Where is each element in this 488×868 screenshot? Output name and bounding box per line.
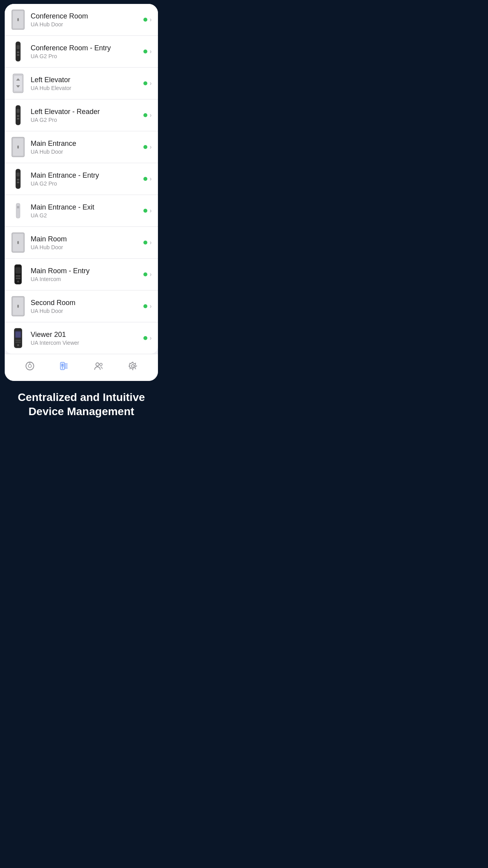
chevron-right-icon: › (150, 48, 152, 55)
device-item[interactable]: Left Elevator UA Hub Elevator › (5, 68, 158, 99)
svg-point-47 (62, 368, 63, 368)
chevron-right-icon: › (150, 80, 152, 87)
svg-rect-26 (17, 241, 19, 244)
chevron-right-icon: › (150, 112, 152, 119)
status-dot-online (143, 145, 147, 149)
bottom-nav-bar (5, 354, 158, 381)
device-status: › (143, 112, 152, 119)
device-type: UA Hub Door (31, 149, 143, 155)
device-info: Conference Room - Entry UA G2 Pro (31, 44, 143, 59)
devices-icon (59, 360, 70, 371)
device-info: Main Room UA Hub Door (31, 235, 143, 250)
svg-point-52 (100, 363, 102, 366)
device-info: Main Entrance - Exit UA G2 (31, 203, 143, 219)
status-dot-online (143, 272, 147, 276)
svg-rect-46 (61, 364, 64, 367)
device-status: › (143, 143, 152, 151)
status-dot-online (143, 18, 147, 22)
chevron-right-icon: › (150, 16, 152, 23)
device-icon-g2 (11, 200, 25, 222)
device-status: › (143, 303, 152, 310)
device-info: Main Entrance UA Hub Door (31, 140, 143, 155)
device-icon-hub-door (11, 9, 25, 31)
device-item[interactable]: Conference Room UA Hub Door › (5, 4, 158, 36)
device-status: › (143, 207, 152, 214)
svg-rect-21 (17, 182, 19, 183)
svg-rect-34 (17, 305, 19, 308)
device-item[interactable]: Main Entrance - Exit UA G2 › (5, 195, 158, 227)
svg-point-40 (17, 344, 19, 346)
svg-rect-5 (17, 51, 19, 53)
device-icon-g2-pro (11, 40, 25, 63)
status-dot-online (143, 304, 147, 308)
device-icon-g2-pro (11, 168, 25, 190)
chevron-right-icon: › (150, 207, 152, 214)
device-item[interactable]: Main Room - Entry UA Intercom › (5, 259, 158, 291)
device-info: Second Room UA Hub Door (31, 299, 143, 314)
device-name: Conference Room (31, 12, 143, 20)
settings-icon (127, 360, 138, 371)
device-name: Main Entrance - Entry (31, 171, 143, 180)
chevron-right-icon: › (150, 239, 152, 246)
device-status: › (143, 271, 152, 278)
svg-rect-4 (17, 45, 20, 49)
svg-rect-17 (17, 145, 19, 149)
device-type: UA G2 Pro (31, 180, 143, 187)
status-dot-online (143, 50, 147, 53)
svg-rect-28 (15, 267, 21, 274)
device-item[interactable]: Second Room UA Hub Door › (5, 291, 158, 322)
svg-point-51 (96, 363, 99, 366)
svg-point-31 (17, 281, 19, 283)
device-type: UA Hub Door (31, 308, 143, 314)
svg-rect-19 (17, 173, 20, 177)
device-item[interactable]: Main Room UA Hub Door › (5, 227, 158, 259)
device-icon-hub-elevator (11, 72, 25, 94)
device-status: › (143, 335, 152, 342)
tab-devices[interactable] (55, 359, 73, 373)
svg-rect-29 (16, 275, 20, 277)
device-item[interactable]: Conference Room - Entry UA G2 Pro › (5, 36, 158, 68)
device-item[interactable]: Left Elevator - Reader UA G2 Pro › (5, 99, 158, 131)
svg-rect-14 (17, 118, 19, 120)
tab-users[interactable] (90, 359, 107, 373)
svg-rect-30 (16, 278, 20, 279)
device-type: UA Hub Door (31, 244, 143, 250)
device-info: Conference Room UA Hub Door (31, 12, 143, 28)
device-name: Left Elevator - Reader (31, 108, 143, 116)
tab-settings[interactable] (124, 359, 141, 373)
svg-rect-39 (15, 342, 21, 343)
device-status: › (143, 16, 152, 23)
device-type: UA G2 Pro (31, 117, 143, 123)
svg-point-53 (132, 365, 134, 368)
svg-rect-13 (17, 115, 19, 117)
device-icon-intercom-viewer (11, 327, 25, 349)
footer-text: Centralized and Intuitive Device Managem… (0, 381, 163, 431)
tab-dashboard[interactable] (21, 359, 39, 373)
svg-rect-8 (14, 76, 22, 91)
chevron-right-icon: › (150, 303, 152, 310)
device-status: › (143, 80, 152, 87)
svg-rect-20 (17, 179, 19, 180)
status-dot-online (143, 336, 147, 340)
device-item[interactable]: Main Entrance - Entry UA G2 Pro › (5, 163, 158, 195)
device-type: UA G2 Pro (31, 53, 143, 59)
status-dot-online (143, 81, 147, 85)
device-info: Left Elevator UA Hub Elevator (31, 76, 143, 91)
device-icon-intercom (11, 263, 25, 285)
device-icon-hub-door (11, 232, 25, 254)
device-info: Left Elevator - Reader UA G2 Pro (31, 108, 143, 123)
svg-rect-37 (16, 332, 20, 337)
dashboard-icon (24, 360, 35, 371)
svg-rect-2 (17, 18, 19, 21)
device-info: Main Entrance - Entry UA G2 Pro (31, 171, 143, 187)
device-item[interactable]: Viewer 201 UA Intercom Viewer › (5, 322, 158, 354)
device-status: › (143, 239, 152, 246)
device-item[interactable]: Main Entrance UA Hub Door › (5, 131, 158, 163)
device-type: UA Hub Door (31, 21, 143, 28)
status-dot-online (143, 177, 147, 181)
device-type: UA G2 (31, 212, 143, 219)
device-info: Main Room - Entry UA Intercom (31, 267, 143, 282)
device-icon-g2-pro (11, 104, 25, 126)
app-card: Conference Room UA Hub Door › Conference… (5, 4, 158, 381)
svg-rect-38 (15, 340, 21, 341)
